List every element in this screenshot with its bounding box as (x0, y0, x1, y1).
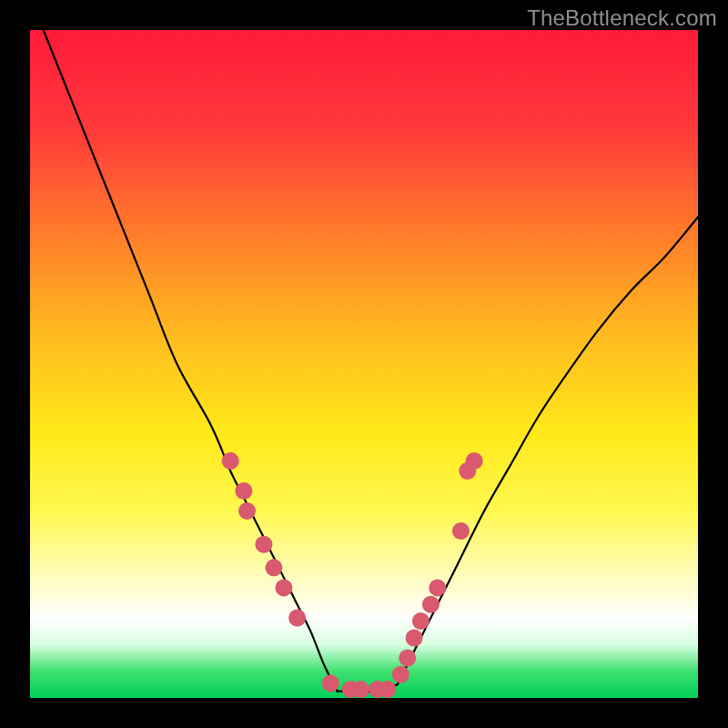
data-marker (422, 596, 440, 613)
data-marker (222, 452, 239, 470)
data-marker (235, 482, 252, 500)
data-marker (412, 612, 430, 630)
line-layer (44, 30, 698, 692)
data-marker (406, 629, 423, 646)
data-marker (429, 579, 446, 596)
data-marker (466, 452, 483, 470)
chart-svg (30, 30, 698, 698)
data-marker (265, 559, 282, 576)
curve-right-curve (398, 217, 698, 685)
data-marker (288, 609, 306, 626)
watermark-text: TheBottleneck.com (527, 5, 717, 31)
canvas: TheBottleneck.com (0, 0, 728, 728)
data-marker (352, 681, 369, 698)
curve-left-curve (44, 30, 338, 692)
data-marker (379, 681, 396, 698)
data-marker (452, 522, 470, 540)
data-marker (392, 666, 410, 683)
data-marker (275, 579, 292, 596)
data-marker (255, 536, 272, 553)
data-marker (399, 649, 416, 666)
data-marker (322, 674, 339, 692)
data-marker (238, 502, 256, 520)
marker-layer (222, 452, 483, 698)
